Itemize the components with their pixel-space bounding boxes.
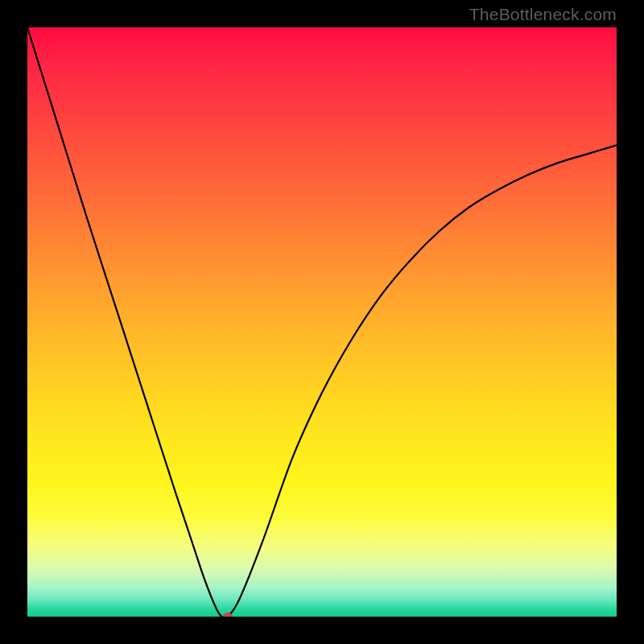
plot-area (27, 27, 617, 617)
watermark-text: TheBottleneck.com (469, 5, 617, 24)
bottleneck-curve (27, 27, 617, 617)
curve-layer (27, 27, 617, 617)
chart-frame: TheBottleneck.com (0, 0, 644, 644)
